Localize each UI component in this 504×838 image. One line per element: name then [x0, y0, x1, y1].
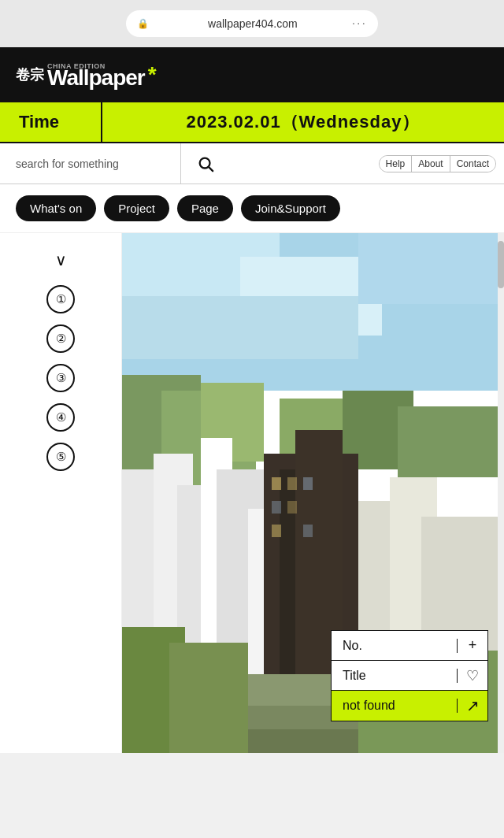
svg-rect-29 — [287, 501, 297, 514]
info-action-link[interactable]: ↗ — [458, 696, 487, 715]
site-logo[interactable]: 卷宗 CHINA EDITION Wallpaper * — [16, 59, 157, 91]
date-bar: Time 2023.02.01（Wednesday） — [0, 102, 504, 143]
nav-buttons: What's on Project Page Join&Support — [0, 184, 504, 233]
nav-page[interactable]: Page — [177, 195, 233, 221]
lock-icon: 🔒 — [137, 18, 149, 29]
site-wrapper: 卷宗 CHINA EDITION Wallpaper * Time 2023.0… — [0, 47, 504, 753]
nav-whats-on[interactable]: What's on — [16, 195, 96, 221]
nav-join-support[interactable]: Join&Support — [241, 195, 340, 221]
info-label-not-found: not found — [332, 699, 458, 713]
svg-rect-6 — [122, 296, 358, 359]
svg-line-1 — [209, 167, 213, 171]
svg-rect-28 — [272, 501, 281, 514]
svg-rect-25 — [272, 477, 281, 490]
info-label-no: No. — [332, 639, 458, 653]
more-options-icon[interactable]: ··· — [352, 17, 367, 31]
logo-star: * — [148, 62, 157, 87]
scrollbar-track[interactable] — [498, 233, 504, 753]
info-action-add[interactable]: + — [458, 637, 487, 654]
svg-rect-30 — [272, 525, 281, 537]
info-row-not-found: not found ↗ — [332, 691, 487, 721]
sidebar-item-4[interactable]: ④ — [46, 403, 75, 432]
help-link-contact[interactable]: Contact — [450, 156, 495, 172]
sidebar-item-5[interactable]: ⑤ — [46, 443, 75, 471]
sidebar-item-1[interactable]: ① — [46, 285, 75, 313]
svg-rect-26 — [287, 477, 297, 490]
svg-rect-5 — [358, 233, 504, 304]
svg-rect-31 — [303, 525, 313, 537]
site-header: 卷宗 CHINA EDITION Wallpaper * — [0, 47, 504, 102]
content-area: ∨ ① ② ③ ④ ⑤ — [0, 233, 504, 753]
info-card: No. + Title ♡ not found ↗ — [331, 630, 488, 721]
search-bar: search for something Help About Contact — [0, 143, 504, 184]
sidebar-chevron[interactable]: ∨ — [46, 246, 75, 274]
search-icon — [197, 155, 214, 172]
date-label: Time — [0, 102, 102, 142]
info-row-title: Title ♡ — [332, 661, 487, 691]
svg-rect-27 — [303, 477, 313, 490]
main-image-area: No. + Title ♡ not found ↗ — [122, 233, 504, 753]
logo-edition-text: CHINA EDITION — [47, 62, 106, 70]
scrollbar-thumb[interactable] — [498, 241, 504, 288]
help-link-help[interactable]: Help — [380, 156, 413, 172]
search-icon-area[interactable] — [181, 143, 230, 184]
sidebar-item-2[interactable]: ② — [46, 324, 75, 353]
help-links: Help About Contact — [379, 155, 496, 172]
search-placeholder-text[interactable]: search for something — [0, 143, 181, 184]
svg-rect-12 — [398, 406, 504, 477]
date-value: 2023.02.01（Wednesday） — [102, 110, 504, 134]
url-text: wallpaper404.com — [154, 17, 352, 30]
info-label-title: Title — [332, 669, 458, 683]
logo-chinese: 卷宗 — [16, 65, 44, 84]
sidebar-item-3[interactable]: ③ — [46, 364, 75, 392]
nav-project[interactable]: Project — [104, 195, 169, 221]
svg-rect-36 — [169, 643, 248, 753]
info-action-like[interactable]: ♡ — [458, 667, 487, 684]
help-link-about[interactable]: About — [412, 156, 450, 172]
info-row-no: No. + — [332, 631, 487, 661]
browser-chrome: 🔒 wallpaper404.com ··· — [0, 0, 504, 47]
address-bar[interactable]: 🔒 wallpaper404.com ··· — [126, 10, 378, 37]
sidebar: ∨ ① ② ③ ④ ⑤ — [0, 233, 122, 753]
